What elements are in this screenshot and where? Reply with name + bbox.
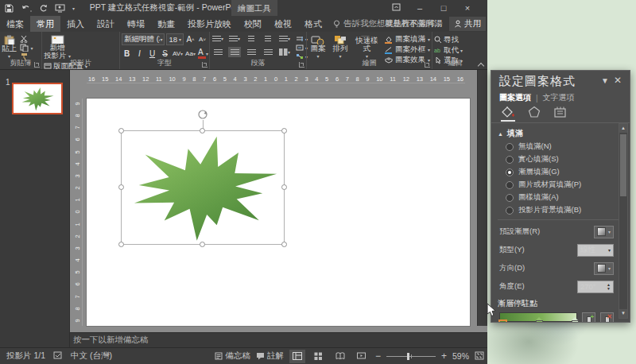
spell-check-icon[interactable] [53,351,63,362]
remove-gradient-stop-button[interactable]: ✕ [600,312,614,323]
scroll-down-icon[interactable]: ▼ [619,309,627,318]
gradient-stop-1[interactable] [499,317,506,323]
tab-animations[interactable]: 動畫 [151,16,181,32]
align-right-icon[interactable] [245,47,258,57]
resize-handle-n[interactable] [200,128,205,134]
vertical-ruler[interactable]: 9876543210123456789 [73,99,83,326]
undo-icon[interactable] [21,4,32,13]
increase-indent-icon[interactable] [262,33,274,44]
zoom-in-icon[interactable]: + [441,350,447,362]
resize-handle-w[interactable] [118,184,124,190]
notes-toggle[interactable]: 備忘稿 [215,350,250,362]
normal-view-icon[interactable] [289,350,305,363]
justify-icon[interactable] [262,47,274,57]
clipboard-dialog-launcher-icon[interactable] [34,62,40,68]
add-gradient-stop-button[interactable]: + [582,312,595,323]
resize-handle-se[interactable] [281,242,287,247]
resize-handle-nw[interactable] [118,128,124,134]
bullets-icon[interactable]: ▾ [211,33,224,44]
font-size-combo[interactable]: 18▾ [166,33,184,45]
ribbon-display-options-icon[interactable] [387,1,405,15]
slide-sorter-view-icon[interactable] [311,350,327,363]
zoom-out-icon[interactable]: − [375,350,381,362]
effects-pentagon-icon[interactable] [528,106,541,122]
preset-gradient-picker[interactable]: ▾ [594,226,614,238]
tab-transitions[interactable]: 轉場 [121,16,151,32]
underline-button[interactable]: U [147,48,157,59]
numbering-icon[interactable]: ▾ [228,33,241,44]
zoom-level[interactable]: 59% [452,351,469,361]
find-button[interactable]: 尋找 [434,36,463,44]
scroll-up-icon[interactable]: ▲ [619,124,627,133]
gradient-stop-3[interactable] [572,317,579,323]
fill-option-no-fill[interactable]: 無填滿(N) [506,142,630,151]
tab-review[interactable]: 校閱 [238,16,268,32]
zoom-slider-thumb[interactable] [407,353,409,360]
line-spacing-icon[interactable]: ▾ [278,33,291,44]
share-button[interactable]: 共用 [449,17,486,31]
arrange-button[interactable]: 排列▾ [331,33,350,60]
shape-selection-box[interactable] [121,130,285,245]
align-left-icon[interactable] [211,47,224,57]
customize-qat-icon[interactable]: ▾ [72,6,75,11]
fill-option-gradient[interactable]: 漸層填滿(G) [506,168,630,176]
new-slide-button[interactable]: 新增 投影片 ▾ [44,33,71,60]
resize-handle-ne[interactable] [281,128,287,134]
fill-option-solid[interactable]: 實心填滿(S) [506,155,630,164]
grow-font-button[interactable]: A˄ [185,34,196,45]
drawing-dialog-launcher-icon[interactable] [425,62,430,68]
fill-line-icon[interactable] [501,106,515,122]
slide-canvas[interactable] [87,99,470,326]
size-properties-icon[interactable] [553,106,567,122]
resize-handle-s[interactable] [200,242,205,247]
fill-section-header[interactable]: ▲ 填滿 [498,128,630,139]
comments-toggle[interactable]: 註解 [256,350,284,362]
tab-format[interactable]: 格式 [298,16,328,32]
italic-button[interactable]: I [134,48,145,59]
tab-view[interactable]: 檢視 [268,16,298,32]
strikethrough-button[interactable]: S [160,48,170,59]
fill-option-background[interactable]: 投影片背景填滿(B) [506,206,630,215]
paragraph-dialog-launcher-icon[interactable] [299,62,304,68]
angle-spinner[interactable]: 270°▲▼ [577,281,614,293]
pane-close-icon[interactable]: ✕ [614,75,622,86]
tab-insert[interactable]: 插入 [60,16,91,32]
type-combo[interactable]: 線性▾ [577,244,614,257]
scrollbar-thumb[interactable] [620,134,626,196]
shape-outline-button[interactable]: 圖案外框▾ [384,45,430,54]
columns-icon[interactable]: ▾ [278,47,291,57]
rotate-handle-icon[interactable] [197,109,208,123]
copy-button[interactable]: ▾ [20,44,33,52]
align-center-icon[interactable] [228,47,241,57]
tab-file[interactable]: 檔案 [0,16,30,32]
explosion-shape[interactable] [123,134,284,243]
cut-button[interactable] [20,35,33,43]
shapes-button[interactable]: 圖案▾ [308,33,328,60]
slideshow-view-icon[interactable] [354,350,370,363]
gradient-stop-bar[interactable] [499,312,577,322]
font-color-button[interactable]: A▾ [198,48,208,59]
slide-area-scrollbar[interactable] [477,70,487,326]
font-dialog-launcher-icon[interactable] [202,62,207,68]
quick-styles-button[interactable]: 快速樣式▾ [353,33,381,60]
pane-options-dropdown-icon[interactable]: ▼ [601,76,609,85]
tab-design[interactable]: 設計 [91,16,121,32]
collapse-ribbon-icon[interactable] [478,63,484,67]
tab-slideshow[interactable]: 投影片放映 [181,16,238,32]
close-button[interactable]: × [459,1,476,15]
shape-fill-button[interactable]: 圖案填滿▾ [384,35,430,44]
tab-shape-options[interactable]: 圖案選項 [499,92,531,103]
maximize-button[interactable]: □ [435,1,452,15]
resize-handle-sw[interactable] [118,242,124,247]
direction-picker[interactable]: ▾ [594,262,614,275]
notes-pane[interactable]: 按一下以新增備忘稿 [70,332,487,347]
bold-button[interactable]: B [122,48,132,59]
horizontal-ruler[interactable]: 1615141312111098765432101234567891011121… [87,75,465,83]
pane-scrollbar[interactable]: ▲ ▼ [619,123,628,319]
shrink-font-button[interactable]: A˅ [197,34,207,45]
save-icon[interactable] [5,4,14,13]
fit-slide-icon[interactable] [475,351,484,362]
paste-button[interactable]: 貼上 ▾ [2,33,17,60]
fill-option-picture[interactable]: 圖片或材質填滿(P) [506,180,630,189]
zoom-slider[interactable] [386,356,436,357]
